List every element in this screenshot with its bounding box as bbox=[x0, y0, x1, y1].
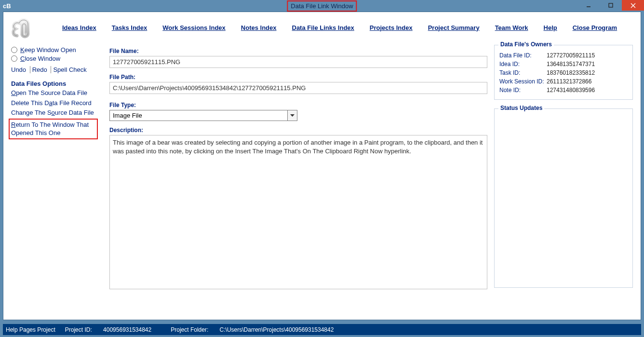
radio-icon bbox=[11, 55, 17, 62]
idea-id-label: Idea ID: bbox=[499, 61, 547, 67]
note-id-value: 127431480839596 bbox=[547, 87, 595, 94]
idea-id-value: 136481351747371 bbox=[547, 61, 595, 67]
status-project-folder: Project Folder: C:\Users\Darren\Projects… bbox=[171, 326, 343, 333]
file-path-label: File Path: bbox=[109, 74, 487, 81]
sidebar: Keep Window Open Close Window Undo Redo … bbox=[8, 43, 100, 143]
svg-rect-1 bbox=[609, 3, 613, 7]
menu-team-work[interactable]: Team Work bbox=[495, 24, 528, 31]
undo-link[interactable]: Undo bbox=[11, 66, 26, 73]
window-title-highlight: Data File Link Window bbox=[287, 0, 357, 12]
data-file-id-label: Data File ID: bbox=[499, 52, 547, 59]
menu-tasks-index[interactable]: Tasks Index bbox=[112, 24, 147, 31]
menu-project-summary[interactable]: Project Summary bbox=[428, 24, 480, 31]
minimize-button[interactable] bbox=[577, 0, 600, 11]
file-name-label: File Name: bbox=[109, 48, 487, 54]
return-to-previous-window-link[interactable]: Return To The Window That Opened This On… bbox=[9, 119, 98, 139]
radio-close-window[interactable]: Close Window bbox=[11, 55, 97, 62]
file-type-label: File Type: bbox=[109, 102, 487, 108]
status-project-id: Project ID: 400956931534842 bbox=[65, 326, 161, 333]
description-field[interactable]: This image of a bear was created by sele… bbox=[109, 135, 487, 289]
delete-data-file-record-link[interactable]: Delete This Data File Record bbox=[11, 99, 97, 108]
menu-work-sessions-index[interactable]: Work Sessions Index bbox=[162, 24, 226, 31]
data-file-id-value: 127727005921115 bbox=[547, 52, 595, 59]
menu-help[interactable]: Help bbox=[544, 24, 557, 31]
menu-data-file-links-index[interactable]: Data File Links Index bbox=[292, 24, 354, 31]
file-type-dropdown-button[interactable] bbox=[287, 110, 297, 121]
app-icon: cB bbox=[3, 2, 11, 10]
chevron-down-icon bbox=[290, 114, 295, 117]
main-panel: File Name: 127727005921115.PNG File Path… bbox=[100, 43, 491, 291]
work-session-id-label: Work Session ID: bbox=[499, 78, 547, 85]
menu-ideas-index[interactable]: Ideas Index bbox=[62, 24, 96, 31]
note-id-label: Note ID: bbox=[499, 87, 547, 94]
task-id-label: Task ID: bbox=[499, 69, 547, 76]
radio-icon bbox=[11, 47, 17, 53]
menu-close-program[interactable]: Close Program bbox=[573, 24, 617, 31]
client-area: Ideas Index Tasks Index Work Sessions In… bbox=[3, 12, 641, 320]
open-source-data-file-link[interactable]: Open The Source Data File bbox=[11, 89, 97, 97]
status-project-name: Help Pages Project bbox=[6, 326, 55, 333]
menu-notes-index[interactable]: Notes Index bbox=[241, 24, 277, 31]
file-type-value: Image File bbox=[109, 110, 287, 121]
spell-check-link[interactable]: Spell Check bbox=[53, 66, 86, 73]
status-updates-groupbox: Status Updates bbox=[494, 108, 633, 288]
app-logo-icon bbox=[8, 15, 37, 40]
right-panel: Data File's Owners Data File ID:12772700… bbox=[491, 43, 636, 298]
status-updates-legend: Status Updates bbox=[498, 105, 544, 111]
owners-legend: Data File's Owners bbox=[498, 41, 554, 48]
top-menu: Ideas Index Tasks Index Work Sessions In… bbox=[3, 12, 641, 43]
window-controls bbox=[577, 0, 644, 12]
work-session-id-value: 26111321372866 bbox=[547, 78, 591, 85]
change-source-data-file-link[interactable]: Change The Source Data File bbox=[11, 108, 97, 117]
close-button[interactable] bbox=[622, 0, 644, 11]
titlebar: cB Data File Link Window bbox=[0, 0, 644, 12]
window-title: Data File Link Window bbox=[288, 1, 356, 11]
file-path-field[interactable]: C:\Users\Darren\Projects\400956931534842… bbox=[109, 82, 487, 94]
description-label: Description: bbox=[109, 127, 487, 134]
status-bar: Help Pages Project Project ID: 400956931… bbox=[3, 324, 641, 335]
menu-projects-index[interactable]: Projects Index bbox=[370, 24, 413, 31]
data-files-options-header: Data Files Options bbox=[11, 80, 97, 87]
radio-keep-window-open[interactable]: Keep Window Open bbox=[11, 46, 97, 54]
file-name-field[interactable]: 127727005921115.PNG bbox=[109, 56, 487, 68]
file-type-combo[interactable]: Image File bbox=[109, 110, 297, 121]
owners-groupbox: Data File's Owners Data File ID:12772700… bbox=[494, 45, 633, 100]
task-id-value: 183760182335812 bbox=[547, 69, 595, 76]
maximize-button[interactable] bbox=[600, 0, 622, 11]
redo-link[interactable]: Redo bbox=[32, 66, 47, 73]
